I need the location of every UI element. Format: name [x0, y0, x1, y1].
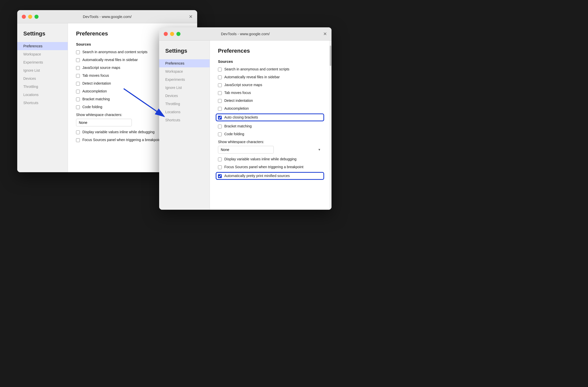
- scrollbar-thumb[interactable]: [330, 46, 331, 66]
- sidebar-item-ignorelist-2[interactable]: Ignore List: [159, 84, 210, 92]
- w2-btm-checkbox-input-1[interactable]: [218, 165, 222, 169]
- sidebar-1: Settings Preferences Workspace Experimen…: [17, 23, 68, 172]
- w2-checkbox-0[interactable]: Search in anonymous and content scripts: [218, 67, 323, 71]
- whitespace-label-2: Show whitespace characters:: [218, 140, 323, 144]
- w1-btm-checkbox-label-1: Focus Sources panel when triggering a br…: [82, 138, 161, 142]
- maximize-button-2[interactable]: [176, 32, 180, 36]
- close-button-2[interactable]: [164, 32, 168, 36]
- content-title-2: Preferences: [218, 48, 323, 54]
- w1-checkbox-label-0: Search in anonymous and content scripts: [82, 50, 148, 54]
- w2-btm-checkbox-label-0: Display variable values inline while deb…: [224, 157, 297, 161]
- whitespace-select-2[interactable]: None All Trailing: [218, 146, 274, 153]
- w2-checkbox-1[interactable]: Automatically reveal files in sidebar: [218, 75, 323, 79]
- w2-checkbox-input-6[interactable]: [218, 116, 222, 120]
- select-arrow-icon-2: ▼: [318, 148, 321, 151]
- sidebar-item-workspace-1[interactable]: Workspace: [17, 50, 68, 58]
- w1-btm-checkbox-input-1[interactable]: [76, 138, 80, 142]
- sidebar-item-shortcuts-1[interactable]: Shortcuts: [17, 99, 68, 107]
- sidebar-item-workspace-2[interactable]: Workspace: [159, 67, 210, 75]
- w1-btm-checkbox-label-0: Display variable values inline while deb…: [82, 130, 155, 134]
- w1-checkbox-input-3[interactable]: [76, 74, 80, 78]
- w2-checkbox-label-6: Auto closing brackets: [224, 115, 258, 119]
- w2-checkbox-input-8[interactable]: [218, 132, 222, 136]
- w2-checkbox-8[interactable]: Code folding: [218, 132, 323, 136]
- sidebar-item-devices-1[interactable]: Devices: [17, 74, 68, 83]
- w1-checkbox-input-1[interactable]: [76, 58, 80, 62]
- w2-btm-checkbox-2[interactable]: Automatically pretty print minified sour…: [216, 173, 323, 179]
- w2-checkbox-label-4: Detect indentation: [224, 99, 253, 103]
- w2-checkbox-4[interactable]: Detect indentation: [218, 99, 323, 103]
- minimize-button-1[interactable]: [28, 15, 32, 19]
- w2-checkbox-input-1[interactable]: [218, 75, 222, 79]
- titlebar-2: DevTools - www.google.com/ ✕: [159, 27, 332, 41]
- w1-checkbox-label-3: Tab moves focus: [82, 73, 109, 78]
- w1-checkbox-label-5: Autocompletion: [82, 89, 107, 93]
- w1-checkbox-label-2: JavaScript source maps: [82, 66, 120, 70]
- w2-btm-checkbox-1[interactable]: Focus Sources panel when triggering a br…: [218, 165, 323, 169]
- w1-checkbox-input-5[interactable]: [76, 90, 80, 93]
- sidebar-item-locations-2[interactable]: Locations: [159, 108, 210, 116]
- w2-checkbox-6[interactable]: Auto closing brackets: [216, 114, 323, 121]
- sidebar-item-preferences-2[interactable]: Preferences: [159, 59, 210, 67]
- sidebar-item-experiments-1[interactable]: Experiments: [17, 58, 68, 66]
- w2-checkbox-input-5[interactable]: [218, 107, 222, 111]
- content-2: Preferences Sources Search in anonymous …: [210, 41, 332, 210]
- w2-btm-checkbox-input-0[interactable]: [218, 158, 222, 161]
- window-title-2: DevTools - www.google.com/: [221, 32, 270, 36]
- w1-checkbox-input-4[interactable]: [76, 82, 80, 86]
- w2-checkbox-label-1: Automatically reveal files in sidebar: [224, 75, 280, 79]
- settings-body-2: Settings Preferences Workspace Experimen…: [159, 41, 332, 210]
- w2-btm-checkbox-label-2: Automatically pretty print minified sour…: [224, 174, 290, 178]
- w1-checkbox-label-4: Detect indentation: [82, 81, 111, 85]
- sidebar-item-throttling-1[interactable]: Throttling: [17, 83, 68, 91]
- w1-checkbox-input-2[interactable]: [76, 66, 80, 70]
- sidebar-2: Settings Preferences Workspace Experimen…: [159, 41, 210, 210]
- w2-checkbox-label-7: Bracket matching: [224, 124, 252, 128]
- w2-checkbox-5[interactable]: Autocompletion: [218, 106, 323, 111]
- w2-checkbox-input-0[interactable]: [218, 68, 222, 71]
- w2-checkbox-7[interactable]: Bracket matching: [218, 124, 323, 128]
- traffic-lights-1[interactable]: [22, 15, 39, 19]
- scrollbar-track[interactable]: [329, 41, 332, 210]
- window-2[interactable]: DevTools - www.google.com/ ✕ Settings Pr…: [159, 27, 332, 210]
- sidebar-item-ignorelist-1[interactable]: Ignore List: [17, 66, 68, 74]
- minimize-button-2[interactable]: [170, 32, 174, 36]
- sidebar-item-shortcuts-2[interactable]: Shortcuts: [159, 116, 210, 124]
- w1-btm-checkbox-input-0[interactable]: [76, 130, 80, 134]
- w2-btm-checkbox-input-2[interactable]: [218, 174, 222, 178]
- whitespace-select-1[interactable]: None All Trailing: [76, 119, 132, 126]
- settings-heading-1: Settings: [17, 30, 68, 42]
- sidebar-item-throttling-2[interactable]: Throttling: [159, 100, 210, 108]
- w1-checkbox-label-6: Bracket matching: [82, 97, 110, 101]
- w2-btm-checkbox-0[interactable]: Display variable values inline while deb…: [218, 157, 323, 161]
- close-icon-1[interactable]: ✕: [189, 14, 193, 19]
- section-heading-2: Sources: [218, 59, 323, 64]
- w2-checkbox-input-2[interactable]: [218, 83, 222, 87]
- close-icon-2[interactable]: ✕: [323, 32, 327, 36]
- w2-checkbox-label-8: Code folding: [224, 132, 244, 136]
- sidebar-item-preferences-1[interactable]: Preferences: [17, 42, 68, 50]
- w2-checkbox-input-7[interactable]: [218, 125, 222, 128]
- w2-checkbox-label-5: Autocompletion: [224, 106, 249, 110]
- window-title-1: DevTools - www.google.com/: [83, 14, 132, 19]
- w1-checkbox-input-6[interactable]: [76, 98, 80, 101]
- traffic-lights-2[interactable]: [164, 32, 180, 36]
- settings-heading-2: Settings: [159, 48, 210, 59]
- sidebar-item-locations-1[interactable]: Locations: [17, 91, 68, 99]
- w1-checkbox-label-7: Code folding: [82, 105, 102, 109]
- w2-checkbox-label-2: JavaScript source maps: [224, 83, 262, 87]
- w1-checkbox-input-7[interactable]: [76, 105, 80, 109]
- maximize-button-1[interactable]: [34, 15, 39, 19]
- w2-checkbox-2[interactable]: JavaScript source maps: [218, 83, 323, 87]
- whitespace-select-wrapper-2[interactable]: None All Trailing ▼: [218, 146, 323, 153]
- w2-checkbox-input-3[interactable]: [218, 91, 222, 95]
- close-button-1[interactable]: [22, 15, 26, 19]
- w2-checkbox-input-4[interactable]: [218, 99, 222, 103]
- w1-checkbox-input-0[interactable]: [76, 50, 80, 54]
- sidebar-item-experiments-2[interactable]: Experiments: [159, 75, 210, 84]
- checkbox-list-2: Search in anonymous and content scriptsA…: [218, 67, 323, 136]
- w2-checkbox-3[interactable]: Tab moves focus: [218, 91, 323, 95]
- sidebar-item-devices-2[interactable]: Devices: [159, 92, 210, 100]
- titlebar-1: DevTools - www.google.com/ ✕: [17, 10, 197, 23]
- w2-btm-checkbox-label-1: Focus Sources panel when triggering a br…: [224, 165, 303, 169]
